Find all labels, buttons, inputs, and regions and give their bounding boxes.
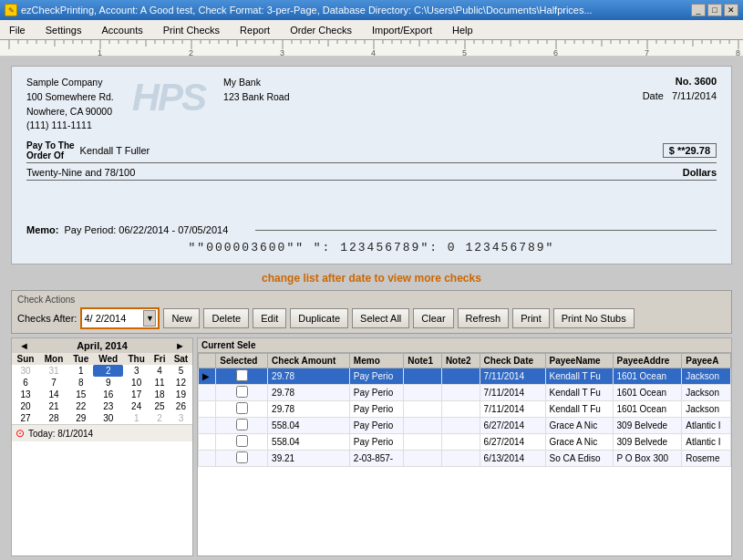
minimize-button[interactable]: _: [691, 4, 706, 16]
col-check-date: Check Date: [480, 354, 545, 368]
table-row: ▶29.78Pay Perio7/11/2014Kendall T Fu1601…: [199, 368, 731, 385]
calendar-day[interactable]: 23: [93, 400, 123, 412]
calendar-next[interactable]: ►: [171, 340, 189, 351]
data-table-wrapper[interactable]: Current Sele Selected Check Amount Memo …: [197, 337, 732, 556]
close-button[interactable]: ✕: [724, 4, 738, 16]
menu-accounts[interactable]: Accounts: [96, 23, 148, 37]
calendar-day[interactable]: 4: [150, 365, 170, 377]
delete-button[interactable]: Delete: [203, 308, 249, 328]
company-info: Sample Company 100 Somewhere Rd. Nowhere…: [26, 76, 114, 133]
calendar-day[interactable]: 26: [170, 400, 192, 412]
calendar: ◄ April, 2014 ► SunMonTueWedThuFriSat 30…: [11, 337, 193, 556]
checks-after-dropdown[interactable]: ▼: [143, 310, 156, 327]
company-name: Sample Company: [26, 76, 114, 90]
calendar-day[interactable]: 8: [68, 377, 93, 389]
calendar-day[interactable]: 3: [123, 365, 150, 377]
calendar-day[interactable]: 1: [123, 412, 150, 424]
table-cell: [404, 418, 442, 434]
row-arrow-icon: ▶: [202, 371, 210, 381]
calendar-grid: SunMonTueWedThuFriSat 303112345678910111…: [12, 353, 192, 424]
menu-file[interactable]: File: [4, 23, 31, 37]
calendar-day[interactable]: 19: [170, 389, 192, 400]
table-cell: 1601 Ocean: [613, 368, 682, 385]
table-cell: 309 Belvede: [613, 418, 682, 434]
calendar-footer: ⊙ Today: 8/1/2014: [12, 424, 192, 441]
calendar-day[interactable]: 17: [123, 389, 150, 400]
calendar-day[interactable]: 27: [12, 412, 39, 424]
calendar-day[interactable]: 15: [68, 389, 93, 400]
calendar-day[interactable]: 22: [68, 400, 93, 412]
calendar-day[interactable]: 31: [39, 365, 68, 377]
refresh-button[interactable]: Refresh: [458, 308, 510, 328]
calendar-day[interactable]: 18: [150, 389, 170, 400]
calendar-day[interactable]: 30: [93, 412, 123, 424]
calendar-day[interactable]: 3: [170, 412, 192, 424]
row-checkbox[interactable]: [236, 369, 248, 381]
row-checkbox[interactable]: [236, 419, 248, 430]
calendar-day[interactable]: 28: [39, 412, 68, 424]
calendar-day[interactable]: 13: [12, 389, 39, 400]
calendar-day[interactable]: 6: [12, 377, 39, 389]
select-all-button[interactable]: Select All: [352, 308, 409, 328]
row-checkbox[interactable]: [236, 435, 248, 447]
bottom-area: ◄ April, 2014 ► SunMonTueWedThuFriSat 30…: [11, 337, 732, 556]
calendar-day[interactable]: 7: [39, 377, 68, 389]
payee-name: Kendall T Fuller: [80, 145, 654, 156]
row-checkbox-cell[interactable]: [216, 385, 268, 401]
row-checkbox-cell[interactable]: [216, 434, 268, 451]
calendar-day[interactable]: 21: [39, 400, 68, 412]
print-no-stubs-button[interactable]: Print No Stubs: [553, 308, 635, 328]
calendar-day[interactable]: 16: [93, 389, 123, 400]
pay-to-label: Pay To TheOrder Of: [26, 140, 75, 161]
row-checkbox-cell[interactable]: [216, 451, 268, 467]
row-indicator: ▶: [199, 368, 216, 385]
memo-label: Memo:: [26, 224, 58, 235]
calendar-day[interactable]: 12: [170, 377, 192, 389]
menu-import-export[interactable]: Import/Export: [366, 23, 438, 37]
row-checkbox[interactable]: [236, 451, 248, 463]
calendar-day[interactable]: 1: [68, 365, 93, 377]
calendar-day[interactable]: 14: [39, 389, 68, 400]
table-cell: 558.04: [268, 418, 350, 434]
row-checkbox[interactable]: [236, 402, 248, 414]
calendar-day[interactable]: 2: [150, 412, 170, 424]
clear-button[interactable]: Clear: [413, 308, 453, 328]
table-cell: [404, 368, 442, 385]
calendar-prev[interactable]: ◄: [15, 340, 33, 351]
checks-after-date-input[interactable]: [84, 313, 143, 324]
table-cell: Jackson: [682, 385, 731, 401]
row-checkbox-cell[interactable]: [216, 368, 268, 385]
calendar-day[interactable]: 5: [170, 365, 192, 377]
row-checkbox-cell[interactable]: [216, 418, 268, 434]
menu-report[interactable]: Report: [234, 23, 275, 37]
calendar-day[interactable]: 25: [150, 400, 170, 412]
table-cell: Atlantic I: [682, 434, 731, 451]
calendar-day[interactable]: 9: [93, 377, 123, 389]
table-cell: Pay Perio: [349, 401, 403, 418]
calendar-day[interactable]: 24: [123, 400, 150, 412]
calendar-day[interactable]: 11: [150, 377, 170, 389]
bank-info-wrapper: My Bank 123 Bank Road: [223, 76, 643, 105]
table-body: ▶29.78Pay Perio7/11/2014Kendall T Fu1601…: [199, 368, 731, 467]
calendar-day[interactable]: 2: [93, 365, 123, 377]
row-checkbox[interactable]: [236, 386, 248, 398]
table-cell: 6/27/2014: [480, 434, 545, 451]
calendar-day[interactable]: 29: [68, 412, 93, 424]
menu-order-checks[interactable]: Order Checks: [284, 23, 357, 37]
calendar-day[interactable]: 10: [123, 377, 150, 389]
amount-words-row: Twenty-Nine and 78/100 Dollars: [26, 167, 717, 181]
calendar-day[interactable]: 20: [12, 400, 39, 412]
calendar-day[interactable]: 30: [12, 365, 39, 377]
ruler: [0, 40, 743, 57]
menu-print-checks[interactable]: Print Checks: [158, 23, 225, 37]
print-button[interactable]: Print: [512, 308, 550, 328]
menu-settings[interactable]: Settings: [40, 23, 88, 37]
menu-help[interactable]: Help: [447, 23, 479, 37]
maximize-button[interactable]: □: [707, 4, 722, 16]
row-checkbox-cell[interactable]: [216, 401, 268, 418]
edit-button[interactable]: Edit: [253, 308, 286, 328]
new-button[interactable]: New: [163, 308, 200, 328]
checks-after-date-wrapper[interactable]: ▼: [80, 307, 160, 329]
table-cell: 1601 Ocean: [613, 401, 682, 418]
duplicate-button[interactable]: Duplicate: [290, 308, 348, 328]
